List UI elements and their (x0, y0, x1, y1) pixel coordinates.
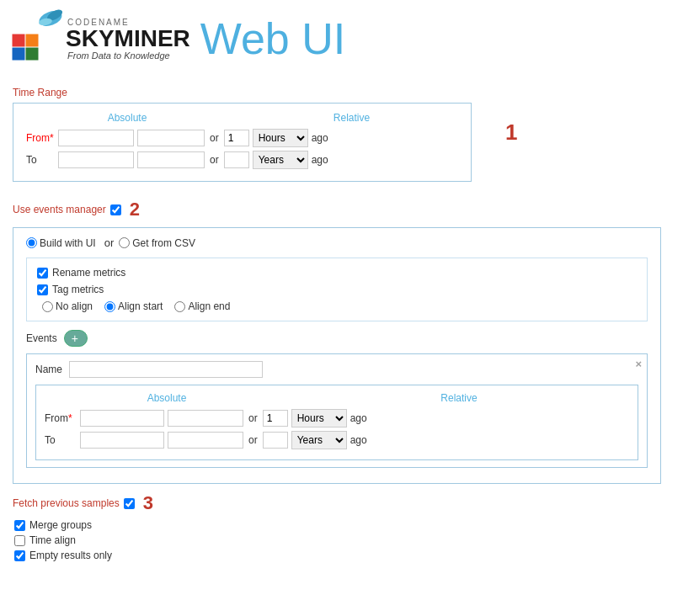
empty-results-only-checkbox[interactable] (14, 550, 25, 561)
merge-groups-row: Merge groups (14, 519, 686, 531)
etr-from-ago: ago (350, 412, 367, 424)
get-from-csv-label: Get from CSV (132, 237, 195, 249)
tr-from-ago: ago (312, 132, 328, 144)
webui-title: Web UI (200, 13, 345, 64)
tr-absolute-header: Absolute (26, 112, 228, 124)
header: CODENAME SKYMINER From Data to Knowledge… (0, 0, 699, 73)
radio-or: or (104, 236, 115, 249)
event-time-box: Absolute Relative From* or Hours Days W (35, 385, 638, 460)
etr-from-rel-input[interactable] (263, 410, 288, 427)
etr-to-abs2-input[interactable] (168, 432, 243, 449)
rename-metrics-checkbox[interactable] (37, 268, 48, 279)
tag-metrics-row: Tag metrics (37, 284, 637, 295)
from-rel-input[interactable] (224, 130, 249, 146)
etr-to-ago: ago (350, 434, 367, 446)
to-abs1-input[interactable] (58, 151, 134, 168)
close-icon[interactable]: × (635, 358, 642, 370)
etr-to-label: To (45, 434, 80, 446)
merge-groups-checkbox[interactable] (14, 520, 25, 531)
time-align-label: Time align (29, 534, 76, 546)
rename-metrics-label: Rename metrics (52, 267, 125, 279)
etr-from-rel-select[interactable]: Hours Days Weeks Months Years (291, 409, 347, 427)
svg-rect-5 (12, 47, 25, 61)
no-align-label: No align (56, 300, 93, 312)
tr-headers: Absolute Relative (26, 112, 458, 124)
tag-metrics-checkbox[interactable] (37, 284, 48, 295)
merge-groups-label: Merge groups (29, 519, 92, 531)
etr-to-rel-input[interactable] (263, 432, 288, 449)
etr-from-or: or (248, 412, 258, 424)
tagline: From Data to Knowledge (67, 50, 190, 61)
from-rel-select[interactable]: Hours Days Weeks Months Years (253, 129, 308, 147)
tr-relative-header: Relative (245, 112, 458, 124)
align-start-label: Align start (118, 300, 163, 312)
tr-to-ago: ago (312, 154, 328, 166)
svg-rect-3 (12, 34, 25, 47)
tr-to-or: or (210, 154, 219, 166)
brand-name: SKYMINER (66, 27, 190, 50)
etr-from-row: From* or Hours Days Weeks Months Years a… (45, 409, 629, 427)
etr-from-abs2-input[interactable] (168, 410, 243, 427)
tr-from-label: From* (26, 132, 58, 144)
etr-relative-header: Relative (289, 392, 629, 404)
event-name-label: Name (35, 364, 62, 375)
from-abs1-input[interactable] (58, 130, 134, 146)
tr-to-label: To (26, 154, 58, 166)
step-1-number: 1 (505, 119, 517, 145)
get-from-csv-radio[interactable] (119, 237, 130, 248)
step-3-number: 3 (143, 492, 153, 514)
build-with-ui-radio[interactable] (26, 237, 37, 248)
event-name-input[interactable] (69, 361, 263, 378)
event-name-row: Name (35, 361, 638, 378)
tag-metrics-label: Tag metrics (52, 284, 104, 295)
align-row: No align Align start Align end (37, 300, 637, 312)
to-rel-input[interactable] (224, 151, 249, 168)
etr-headers: Absolute Relative (45, 392, 629, 404)
tr-from-or: or (210, 132, 219, 144)
fetch-row: Fetch previous samples 3 (13, 492, 686, 514)
align-start-radio[interactable] (104, 301, 115, 312)
from-abs2-input[interactable] (137, 130, 205, 146)
events-label-row: Events + (26, 330, 648, 347)
time-align-row: Time align (14, 534, 686, 546)
logo-icon (8, 8, 66, 69)
events-label: Events (26, 332, 57, 344)
add-event-button[interactable]: + (64, 330, 88, 347)
events-box: Build with UI or Get from CSV Rename met… (13, 227, 661, 484)
empty-results-only-label: Empty results only (29, 550, 112, 561)
step-2-number: 2 (130, 199, 140, 220)
time-range-section-label: Time Range (13, 87, 686, 98)
no-align-radio[interactable] (42, 301, 53, 312)
to-rel-select[interactable]: Hours Days Weeks Months Years (253, 151, 308, 169)
fetch-label: Fetch previous samples (13, 497, 120, 509)
tr-to-row: To or Hours Days Weeks Months Years ago (26, 151, 458, 169)
align-end-label: Align end (188, 300, 230, 312)
tr-from-row: From* or Hours Days Weeks Months Years a… (26, 129, 458, 147)
options-inner-box: Rename metrics Tag metrics No align Alig… (26, 258, 648, 321)
use-events-label: Use events manager (13, 204, 106, 215)
etr-to-row: To or Hours Days Weeks Months Years ago (45, 431, 629, 449)
main-content: Time Range Absolute Relative From* or Ho… (0, 73, 699, 571)
build-option-row: Build with UI or Get from CSV (26, 236, 648, 249)
fetch-options: Merge groups Time align Empty results on… (14, 519, 686, 561)
etr-to-or: or (248, 434, 258, 446)
rename-metrics-row: Rename metrics (37, 267, 637, 279)
fetch-checkbox[interactable] (124, 498, 135, 509)
build-with-ui-label: Build with UI (40, 237, 96, 249)
use-events-row: Use events manager 2 (13, 199, 686, 220)
time-align-checkbox[interactable] (14, 535, 25, 546)
logo-text-area: CODENAME SKYMINER From Data to Knowledge (66, 18, 190, 61)
to-abs2-input[interactable] (137, 151, 205, 168)
use-events-checkbox[interactable] (110, 204, 121, 215)
svg-rect-4 (25, 34, 39, 47)
etr-to-abs1-input[interactable] (80, 432, 164, 449)
etr-to-rel-select[interactable]: Hours Days Weeks Months Years (291, 431, 347, 449)
svg-rect-6 (25, 47, 39, 61)
etr-from-abs1-input[interactable] (80, 410, 164, 427)
etr-from-label: From* (45, 412, 80, 424)
time-range-box: Absolute Relative From* or Hours Days We… (13, 103, 472, 182)
event-card: × Name Absolute Relative From* or (26, 353, 648, 468)
etr-absolute-header: Absolute (45, 392, 289, 404)
add-plus-icon: + (72, 332, 78, 345)
align-end-radio[interactable] (174, 301, 185, 312)
